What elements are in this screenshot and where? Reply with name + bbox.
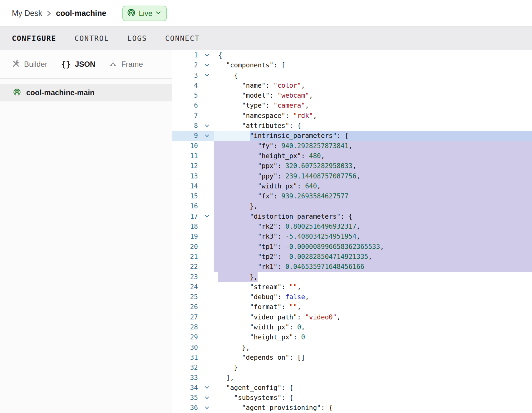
code-line[interactable]: 31 "depends_on": []: [172, 352, 532, 362]
fold-gutter-empty: [200, 312, 214, 322]
view-toggle-builder[interactable]: Builder: [12, 60, 47, 69]
line-number: 5: [172, 90, 200, 100]
code-line-text: "rk1": 0.046535971648456166: [214, 262, 532, 272]
tab-connect[interactable]: CONNECT: [165, 34, 200, 42]
line-number: 22: [172, 262, 200, 272]
code-line[interactable]: 28 "width_px": 0,: [172, 322, 532, 332]
broadcast-icon: [127, 8, 135, 18]
fold-chevron-icon[interactable]: [200, 131, 214, 141]
fold-gutter-empty: [200, 322, 214, 332]
fold-gutter-empty: [200, 201, 214, 211]
code-line[interactable]: 26 "format": "",: [172, 302, 532, 312]
breadcrumb-current: cool-machine: [56, 9, 106, 18]
code-line[interactable]: 1{: [172, 50, 532, 60]
live-status-dropdown[interactable]: Live: [122, 6, 167, 21]
line-number: 29: [172, 332, 200, 342]
line-number: 35: [172, 393, 200, 403]
machine-config-page: My Desk cool-machine Live CONFIGURECONTR…: [0, 0, 532, 413]
line-number: 20: [172, 242, 200, 252]
fold-gutter-empty: [200, 191, 214, 201]
code-line[interactable]: 10 "fy": 940.2928257873841,: [172, 141, 532, 151]
code-line[interactable]: 17 "distortion_parameters": {: [172, 211, 532, 221]
code-line[interactable]: 21 "tp2": -0.002828504714921335,: [172, 252, 532, 262]
code-line[interactable]: 15 "fx": 939.2693584627577: [172, 191, 532, 201]
code-line[interactable]: 34 "agent_config": {: [172, 383, 532, 393]
fold-gutter-empty: [200, 302, 214, 312]
main-content: Builder{}JSONFrame cool-machine-main 1{2…: [0, 50, 532, 413]
code-line-text: },: [214, 272, 532, 282]
code-line[interactable]: 23 },: [172, 272, 532, 282]
code-line[interactable]: 18 "rk2": 0.8002516496932317,: [172, 221, 532, 231]
fold-gutter-empty: [200, 171, 214, 181]
code-line-text: "rk3": -5.408034254951954,: [214, 231, 532, 241]
fold-chevron-icon[interactable]: [200, 211, 214, 221]
tab-configure[interactable]: CONFIGURE: [12, 34, 57, 42]
machine-part-label: cool-machine-main: [26, 88, 95, 97]
code-line[interactable]: 3 {: [172, 70, 532, 80]
breadcrumb-parent-link[interactable]: My Desk: [12, 9, 42, 18]
fold-chevron-icon[interactable]: [200, 383, 214, 393]
code-line[interactable]: 14 "width_px": 640,: [172, 181, 532, 191]
code-line-text: "tp2": -0.002828504714921335,: [214, 252, 532, 262]
code-line-text: {: [214, 70, 532, 80]
fold-chevron-icon[interactable]: [200, 393, 214, 403]
machine-part-row[interactable]: cool-machine-main: [0, 84, 172, 101]
line-number: 36: [172, 403, 200, 413]
fold-gutter-empty: [200, 80, 214, 90]
code-line-text: {: [214, 50, 532, 60]
code-line[interactable]: 30 },: [172, 343, 532, 352]
code-line-text: "model": "webcam",: [214, 90, 532, 100]
broadcast-icon: [13, 88, 21, 97]
tab-logs[interactable]: LOGS: [127, 34, 147, 42]
tab-control[interactable]: CONTROL: [75, 34, 109, 42]
code-line[interactable]: 8 "attributes": {: [172, 121, 532, 131]
braces-icon: {}: [61, 60, 71, 69]
chevron-right-icon: [47, 10, 52, 17]
code-line[interactable]: 32 }: [172, 362, 532, 372]
code-line[interactable]: 16 },: [172, 201, 532, 211]
code-line[interactable]: 11 "height_px": 480,: [172, 151, 532, 161]
code-line[interactable]: 36 "agent-provisioning": {: [172, 403, 532, 413]
code-line-text: },: [214, 201, 532, 211]
view-toggle-json[interactable]: {}JSON: [61, 60, 96, 69]
fold-gutter-empty: [200, 151, 214, 161]
code-line[interactable]: 2 "components": [: [172, 60, 532, 70]
code-line[interactable]: 4 "name": "color",: [172, 80, 532, 90]
code-line[interactable]: 7 "namespace": "rdk",: [172, 111, 532, 121]
line-number: 26: [172, 302, 200, 312]
code-line[interactable]: 19 "rk3": -5.408034254951954,: [172, 231, 532, 241]
code-line[interactable]: 29 "height_px": 0: [172, 332, 532, 342]
code-line[interactable]: 6 "type": "camera",: [172, 100, 532, 110]
code-line[interactable]: 33 ],: [172, 373, 532, 383]
code-line[interactable]: 5 "model": "webcam",: [172, 90, 532, 100]
fold-chevron-icon[interactable]: [200, 121, 214, 131]
tools-icon: [12, 60, 20, 69]
code-line-text: "name": "color",: [214, 80, 532, 90]
code-line[interactable]: 35 "subsystems": {: [172, 393, 532, 403]
line-number: 3: [172, 70, 200, 80]
code-line-text: "format": "",: [214, 302, 532, 312]
code-line-text: },: [214, 343, 532, 352]
code-line-text: "depends_on": []: [214, 352, 532, 362]
line-number: 30: [172, 343, 200, 352]
fold-chevron-icon[interactable]: [200, 403, 214, 413]
line-number: 28: [172, 322, 200, 332]
json-editor[interactable]: 1{2 "components": [3 {4 "name": "color",…: [172, 50, 532, 413]
fold-chevron-icon[interactable]: [200, 70, 214, 80]
line-number: 31: [172, 352, 200, 362]
code-line[interactable]: 12 "ppx": 320.6075282958033,: [172, 161, 532, 171]
code-line-text: "components": [: [214, 60, 532, 70]
code-line[interactable]: 27 "video_path": "video0",: [172, 312, 532, 322]
fold-chevron-icon[interactable]: [200, 50, 214, 60]
code-line[interactable]: 9 "intrinsic_parameters": {: [172, 131, 532, 141]
line-number: 24: [172, 282, 200, 292]
fold-chevron-icon[interactable]: [200, 60, 214, 70]
code-line[interactable]: 22 "rk1": 0.046535971648456166: [172, 262, 532, 272]
code-line[interactable]: 20 "tp1": -0.000008996658362365533,: [172, 242, 532, 252]
code-line-text: "attributes": {: [214, 121, 532, 131]
code-line[interactable]: 25 "debug": false,: [172, 292, 532, 302]
code-line[interactable]: 13 "ppy": 239.14408757087756,: [172, 171, 532, 181]
code-line[interactable]: 24 "stream": "",: [172, 282, 532, 292]
line-number: 12: [172, 161, 200, 171]
view-toggle-frame[interactable]: Frame: [109, 60, 143, 69]
